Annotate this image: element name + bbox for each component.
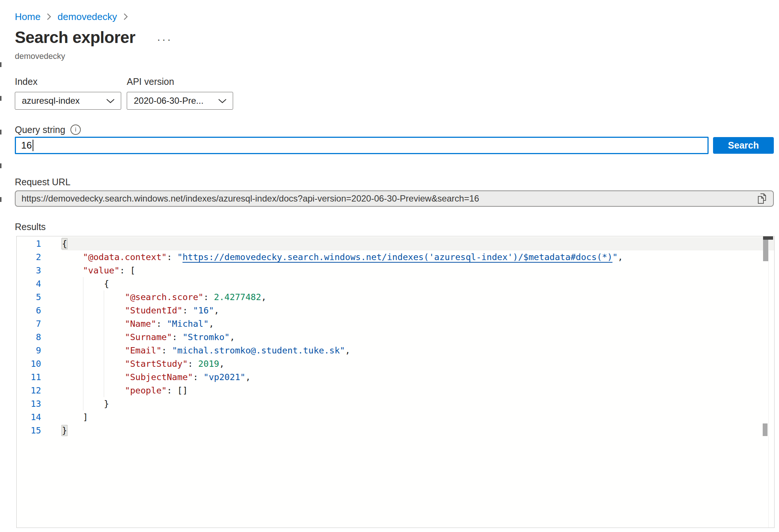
indent-guide [83,330,83,344]
code-line: 9 "Email": "michal.stromko@.student.tuke… [17,344,774,357]
code-line: 11 "SubjectName": "vp2021", [17,370,774,384]
code-line: 3 "value": [ [17,264,774,277]
results-label: Results [15,221,779,232]
indent-guide [83,397,83,410]
code-line: 13 } [17,397,774,410]
scrollbar-thumb[interactable] [763,240,768,261]
code-text: "value": [ [62,264,774,277]
indent-guide [104,330,104,344]
chevron-down-icon [106,96,115,106]
indent-guide [83,370,83,384]
page-title: Search explorer [15,27,135,47]
request-url-box: https://demovedecky.search.windows.net/i… [15,190,774,207]
code-text: "people": [] [62,384,774,397]
code-line: 10 "StartStudy": 2019, [17,357,774,370]
indent-guide [104,304,104,317]
code-line: 7 "Name": "Michal", [17,317,774,330]
breadcrumb-link-demovedecky[interactable]: demovedecky [57,10,117,23]
indent-guide [83,317,83,330]
code-text: "Name": "Michal", [62,317,774,330]
indent-guide [83,384,83,397]
search-button[interactable]: Search [713,137,774,154]
code-text: "Email": "michal.stromko@.student.tuke.s… [62,344,774,357]
code-line: 8 "Surname": "Stromko", [17,330,774,344]
code-text: { [62,277,774,290]
code-text: "StudentId": "16", [62,304,774,317]
line-number: 12 [17,384,41,397]
indent-guide [104,357,104,370]
line-number: 9 [17,344,41,357]
breadcrumb-link-home[interactable]: Home [15,10,40,23]
line-number: 1 [17,237,41,250]
line-number: 5 [17,290,41,304]
index-dropdown[interactable]: azuresql-index [15,92,121,110]
line-number: 3 [17,264,41,277]
more-options-button[interactable]: ··· [157,30,172,45]
code-line: 12 "people": [] [17,384,774,397]
api-version-dropdown[interactable]: 2020-06-30-Pre... [127,92,233,110]
code-text: } [62,397,774,410]
indent-guide [104,370,104,384]
request-url-label: Request URL [15,176,779,187]
index-dropdown-value: azuresql-index [22,96,80,106]
code-text: { [62,237,774,250]
breadcrumb: Home demovedecky [15,10,779,23]
index-label: Index [15,76,121,87]
code-line: 14 ] [17,410,774,424]
code-text: "Surname": "Stromko", [62,330,774,344]
line-number: 14 [17,410,41,424]
line-number: 11 [17,370,41,384]
indent-guide [104,384,104,397]
chevron-right-icon [123,13,128,21]
indent-guide [83,357,83,370]
left-edge-crop-artifact [0,62,1,209]
line-number: 7 [17,317,41,330]
api-version-label: API version [127,76,233,87]
line-number: 4 [17,277,41,290]
request-url-value: https://demovedecky.search.windows.net/i… [21,193,755,204]
indent-guide [83,344,83,357]
line-number: 13 [17,397,41,410]
code-text: "@odata.context": "https://demovedecky.s… [62,250,774,264]
code-text: "@search.score": 2.4277482, [62,290,774,304]
line-number: 15 [17,424,41,437]
query-string-value: 16 [21,140,32,151]
overview-ruler-cursor-marker [763,236,773,240]
code-line: 15} [17,424,774,437]
line-number: 2 [17,250,41,264]
code-text: } [62,424,774,437]
query-string-input[interactable]: 16 [15,137,709,154]
indent-guide [104,290,104,304]
code-text: "StartStudy": 2019, [62,357,774,370]
indent-guide [104,344,104,357]
query-string-label: Query string [15,124,65,135]
chevron-down-icon [218,96,227,106]
scrollbar-track [768,236,769,528]
indent-guide [83,290,83,304]
info-icon[interactable]: i [70,124,81,135]
code-text: ] [62,410,774,424]
code-line: 1{ [17,237,774,250]
indent-guide [104,317,104,330]
line-number: 8 [17,330,41,344]
chevron-right-icon [46,13,52,21]
results-json-editor[interactable]: 1{2 "@odata.context": "https://demovedec… [16,236,775,528]
code-line: 5 "@search.score": 2.4277482, [17,290,774,304]
page-subtitle: demovedecky [15,51,779,61]
line-number: 6 [17,304,41,317]
code-text: "SubjectName": "vp2021", [62,370,774,384]
code-line: 2 "@odata.context": "https://demovedecky… [17,250,774,264]
code-line: 4 { [17,277,774,290]
results-editor-lines: 1{2 "@odata.context": "https://demovedec… [17,236,774,437]
overview-ruler-decoration [763,423,768,436]
api-version-dropdown-value: 2020-06-30-Pre... [134,96,203,106]
line-number: 10 [17,357,41,370]
copy-icon[interactable] [755,192,769,206]
indent-guide [83,277,83,290]
text-cursor [33,140,33,151]
code-line: 6 "StudentId": "16", [17,304,774,317]
indent-guide [83,304,83,317]
